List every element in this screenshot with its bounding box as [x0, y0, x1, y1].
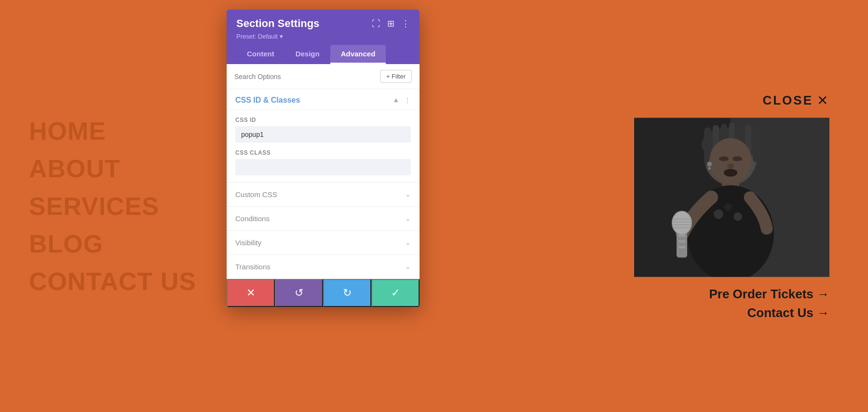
cta-links: Pre Order Tickets → Contact Us → [634, 286, 829, 320]
css-section-title: CSS ID & Classes [235, 96, 300, 105]
svg-point-18 [708, 167, 711, 170]
tab-content[interactable]: Content [236, 45, 285, 64]
conditions-row[interactable]: Conditions ⌄ [227, 207, 420, 231]
redo-button[interactable]: ↻ [323, 279, 371, 307]
transitions-row[interactable]: Transitions ⌄ [227, 255, 420, 279]
panel-title: Section Settings [236, 17, 319, 30]
visibility-row[interactable]: Visibility ⌄ [227, 231, 420, 255]
panel-preset[interactable]: Preset: Default ▾ [236, 33, 410, 40]
svg-point-17 [707, 161, 712, 166]
svg-rect-27 [678, 240, 685, 242]
transitions-label: Transitions [235, 263, 271, 271]
panel-tabs: Content Design Advanced [236, 45, 410, 64]
filter-button[interactable]: + Filter [380, 70, 412, 83]
conditions-label: Conditions [235, 214, 270, 223]
svg-point-16 [724, 169, 737, 176]
nav-home[interactable]: HOME [29, 117, 196, 146]
panel-title-row: Section Settings ⛶ ⊞ ⋮ [236, 17, 410, 30]
nav-about[interactable]: ABOUT [29, 154, 196, 183]
svg-rect-11 [753, 127, 760, 162]
fullscreen-icon[interactable]: ⛶ [372, 19, 380, 29]
panel-title-icons: ⛶ ⊞ ⋮ [372, 18, 410, 29]
conditions-chevron: ⌄ [405, 214, 411, 223]
nav-contact[interactable]: CONTACT US [29, 267, 196, 296]
close-icon: ✕ [817, 92, 829, 108]
nav-services[interactable]: SERVICES [29, 192, 196, 221]
background-nav: HOME ABOUT SERVICES BLOG CONTACT US [29, 117, 196, 296]
panel-footer: ✕ ↺ ↻ ✓ [227, 279, 420, 307]
columns-icon[interactable]: ⊞ [387, 18, 394, 29]
custom-css-row[interactable]: Custom CSS ⌄ [227, 183, 420, 207]
close-label: CLOSE [762, 93, 813, 107]
close-button[interactable]: CLOSE ✕ [762, 92, 829, 108]
collapse-icon[interactable]: ▲ [393, 96, 399, 104]
svg-point-13 [719, 156, 729, 161]
css-form-section: CSS ID CSS Class [227, 110, 420, 183]
custom-css-chevron: ⌄ [405, 190, 411, 199]
css-id-input[interactable] [235, 126, 411, 143]
contact-link[interactable]: Contact Us → [747, 305, 829, 320]
tab-advanced[interactable]: Advanced [330, 45, 386, 64]
settings-panel: Section Settings ⛶ ⊞ ⋮ Preset: Default ▾… [227, 10, 420, 307]
custom-css-label: Custom CSS [235, 190, 277, 199]
visibility-chevron: ⌄ [405, 239, 411, 247]
photo [634, 118, 829, 277]
svg-point-21 [714, 209, 723, 219]
right-panel: CLOSE ✕ [634, 92, 829, 320]
panel-body: CSS ID & Classes ▲ ⋮ CSS ID CSS Class Cu… [227, 89, 420, 279]
photo-container [634, 118, 829, 277]
panel-header: Section Settings ⛶ ⊞ ⋮ Preset: Default ▾… [227, 10, 420, 64]
undo-button[interactable]: ↺ [275, 279, 323, 307]
section-header-icons: ▲ ⋮ [393, 96, 411, 105]
svg-point-12 [709, 138, 752, 184]
cancel-button[interactable]: ✕ [227, 279, 275, 307]
svg-point-23 [733, 212, 742, 221]
svg-point-15 [727, 163, 734, 168]
search-row: + Filter [227, 64, 420, 89]
visibility-label: Visibility [235, 239, 261, 247]
section-more-icon[interactable]: ⋮ [404, 96, 411, 105]
svg-point-14 [732, 156, 742, 161]
css-id-label: CSS ID [235, 117, 411, 123]
css-class-label: CSS Class [235, 149, 411, 156]
search-input[interactable] [234, 73, 375, 80]
css-class-input[interactable] [235, 159, 411, 175]
nav-blog[interactable]: BLOG [29, 229, 196, 258]
more-options-icon[interactable]: ⋮ [401, 18, 410, 29]
transitions-chevron: ⌄ [405, 263, 411, 271]
save-button[interactable]: ✓ [371, 279, 420, 307]
pre-order-link[interactable]: Pre Order Tickets → [709, 286, 829, 301]
css-section-header: CSS ID & Classes ▲ ⋮ [227, 89, 420, 110]
tab-design[interactable]: Design [285, 45, 330, 64]
svg-point-22 [724, 203, 732, 211]
svg-rect-28 [678, 246, 685, 248]
